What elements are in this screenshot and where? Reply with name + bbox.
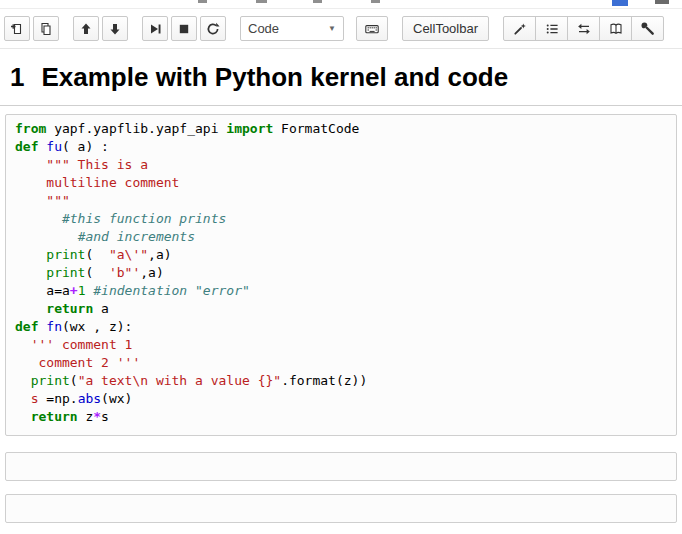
celltoolbar-group: CellToolbar	[402, 16, 489, 41]
clipped-menu-fragment	[655, 0, 669, 4]
move-cell-up-button[interactable]	[73, 16, 99, 41]
clipboard-group	[4, 16, 59, 41]
stop-icon	[177, 22, 191, 36]
code-line[interactable]: from yapf.yapflib.yapf_api import Format…	[15, 121, 672, 139]
code-line[interactable]: multiline comment	[15, 175, 672, 193]
wand-icon	[513, 22, 527, 36]
extension-buttons-group	[503, 16, 664, 41]
cell-type-value: Code	[248, 21, 279, 36]
copy-cells-button[interactable]	[33, 16, 59, 41]
page-title: 1Example with Python kernel and code	[10, 62, 682, 93]
prettify-code-button[interactable]	[503, 16, 536, 41]
move-down-icon	[108, 22, 122, 36]
sync-button[interactable]	[567, 16, 600, 41]
book-button[interactable]	[599, 16, 632, 41]
clipped-kernel-indicator	[612, 0, 628, 6]
run-group	[142, 16, 226, 41]
insert-cell-button[interactable]	[4, 16, 30, 41]
code-line[interactable]: comment 2 '''	[15, 355, 672, 373]
empty-code-cell-1[interactable]	[5, 452, 677, 481]
code-line[interactable]: print( "a\'",a)	[15, 247, 672, 265]
move-cell-group	[73, 16, 128, 41]
palette-group	[356, 16, 388, 41]
code-cell[interactable]: from yapf.yapflib.yapf_api import Format…	[5, 114, 677, 436]
book-icon	[609, 22, 623, 36]
code-line[interactable]: #and increments	[15, 229, 672, 247]
clipped-menu-fragment	[198, 0, 207, 3]
code-line[interactable]: print("a text\n with a value {}".format(…	[15, 373, 672, 391]
restart-kernel-button[interactable]	[200, 16, 226, 41]
clipped-menu-fragment	[256, 0, 267, 3]
move-up-icon	[79, 22, 93, 36]
interrupt-kernel-button[interactable]	[171, 16, 197, 41]
code-area[interactable]: from yapf.yapflib.yapf_api import Format…	[15, 121, 672, 427]
jupyter-notebook-window: Code ▼ CellToolbar	[0, 0, 682, 534]
move-cell-down-button[interactable]	[102, 16, 128, 41]
table-of-contents-button[interactable]	[535, 16, 568, 41]
keyboard-icon	[365, 22, 379, 36]
code-line[interactable]: ''' comment 1	[15, 337, 672, 355]
list-icon	[545, 22, 559, 36]
toolbar: Code ▼ CellToolbar	[0, 9, 682, 49]
sync-icon	[577, 22, 591, 36]
code-line[interactable]: def fu( a) :	[15, 139, 672, 157]
menubar-clipped	[0, 0, 682, 9]
code-line[interactable]: """	[15, 193, 672, 211]
command-palette-button[interactable]	[356, 16, 388, 41]
markdown-cell[interactable]: 1Example with Python kernel and code	[0, 62, 682, 93]
wrench-icon	[641, 22, 655, 36]
run-icon	[148, 22, 162, 36]
clipped-menu-fragment	[313, 0, 322, 3]
divider	[0, 105, 682, 106]
copy-icon	[39, 22, 53, 36]
code-line[interactable]: s =np.abs(wx)	[15, 391, 672, 409]
cell-type-select[interactable]: Code ▼	[240, 16, 344, 41]
code-line[interactable]: print( 'b"',a)	[15, 265, 672, 283]
run-cell-button[interactable]	[142, 16, 168, 41]
caret-down-icon: ▼	[328, 24, 336, 33]
restart-icon	[206, 22, 220, 36]
celltoolbar-button[interactable]: CellToolbar	[402, 16, 489, 41]
settings-wrench-button[interactable]	[631, 16, 664, 41]
code-line[interactable]: def fn(wx , z):	[15, 319, 672, 337]
code-line[interactable]: """ This is a	[15, 157, 672, 175]
code-line[interactable]: return a	[15, 301, 672, 319]
celltoolbar-label: CellToolbar	[413, 21, 478, 36]
section-number: 1	[10, 62, 24, 92]
empty-code-cell-2[interactable]	[5, 494, 677, 523]
insert-cell-icon	[10, 22, 24, 36]
heading-text: Example with Python kernel and code	[41, 62, 508, 92]
clipped-menu-fragment	[371, 0, 380, 3]
code-line[interactable]: a=a+1 #indentation "error"	[15, 283, 672, 301]
code-line[interactable]: #this function prints	[15, 211, 672, 229]
code-line[interactable]: return z*s	[15, 409, 672, 427]
